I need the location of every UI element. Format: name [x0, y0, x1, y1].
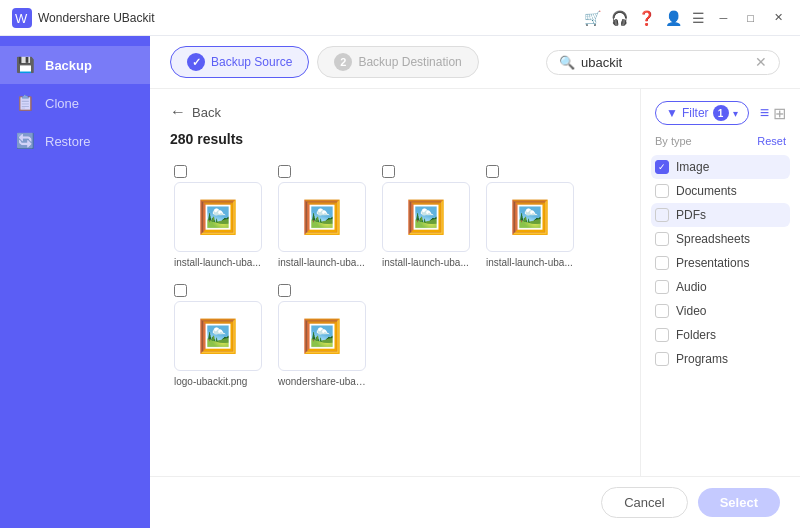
list-item: 🖼️ install-launch-uba...	[378, 161, 474, 272]
bottom-bar: Cancel Select	[150, 476, 800, 528]
filter-checkbox-folders[interactable]	[655, 328, 669, 342]
restore-icon: 🔄	[16, 132, 35, 150]
app-body: 💾 Backup 📋 Clone 🔄 Restore ✓ Backup Sour…	[0, 36, 800, 528]
clear-search-button[interactable]: ✕	[755, 55, 767, 69]
view-buttons: ≡ ⊞	[760, 104, 786, 123]
filter-checkbox-image[interactable]	[655, 160, 669, 174]
filter-checkbox-pdfs[interactable]	[655, 208, 669, 222]
cancel-button[interactable]: Cancel	[601, 487, 687, 518]
file-name-2: install-launch-uba...	[278, 257, 366, 268]
file-name-4: install-launch-uba...	[486, 257, 574, 268]
filter-button[interactable]: ▼ Filter 1 ▾	[655, 101, 749, 125]
menu-icon[interactable]: ☰	[692, 10, 705, 26]
back-nav[interactable]: ← Back	[170, 103, 620, 121]
select-button[interactable]: Select	[698, 488, 780, 517]
filter-option-documents[interactable]: Documents	[655, 179, 786, 203]
main-content: ✓ Backup Source 2 Backup Destination 🔍 ✕…	[150, 36, 800, 528]
filter-label-image: Image	[676, 160, 709, 174]
list-view-button[interactable]: ≡	[760, 104, 769, 123]
filter-option-presentations[interactable]: Presentations	[655, 251, 786, 275]
filter-option-spreadsheets[interactable]: Spreadsheets	[655, 227, 786, 251]
sidebar-label-restore: Restore	[45, 134, 91, 149]
back-label: Back	[192, 105, 221, 120]
file-thumbnail-4: 🖼️	[486, 182, 574, 252]
file-name-5: logo-ubackit.png	[174, 376, 262, 387]
filter-label-video: Video	[676, 304, 706, 318]
step-source[interactable]: ✓ Backup Source	[170, 46, 309, 78]
filter-checkbox-audio[interactable]	[655, 280, 669, 294]
search-input[interactable]	[581, 55, 749, 70]
sidebar-label-backup: Backup	[45, 58, 92, 73]
file-checkbox-4[interactable]	[486, 165, 499, 178]
filter-panel: ▼ Filter 1 ▾ ≡ ⊞ By type Reset	[640, 89, 800, 476]
file-checkbox-2[interactable]	[278, 165, 291, 178]
headset-icon[interactable]: 🎧	[611, 10, 628, 26]
reset-button[interactable]: Reset	[757, 135, 786, 147]
filter-badge: 1	[713, 105, 729, 121]
filter-option-audio[interactable]: Audio	[655, 275, 786, 299]
sidebar: 💾 Backup 📋 Clone 🔄 Restore	[0, 36, 150, 528]
filter-option-video[interactable]: Video	[655, 299, 786, 323]
file-checkbox-1[interactable]	[174, 165, 187, 178]
filter-funnel-icon: ▼	[666, 106, 678, 120]
by-type-label: By type	[655, 135, 692, 147]
titlebar-controls: 🛒 🎧 ❓ 👤 ☰ ─ □ ✕	[584, 9, 788, 26]
image-icon-3: 🖼️	[406, 198, 446, 236]
filter-label-presentations: Presentations	[676, 256, 749, 270]
filter-checkbox-spreadsheets[interactable]	[655, 232, 669, 246]
sidebar-item-backup[interactable]: 💾 Backup	[0, 46, 150, 84]
sidebar-item-restore[interactable]: 🔄 Restore	[0, 122, 150, 160]
filter-header: ▼ Filter 1 ▾ ≡ ⊞	[655, 101, 786, 125]
filter-checkbox-video[interactable]	[655, 304, 669, 318]
minimize-button[interactable]: ─	[715, 10, 733, 26]
list-item: 🖼️ install-launch-uba...	[170, 161, 266, 272]
grid-view-button[interactable]: ⊞	[773, 104, 786, 123]
file-checkbox-5[interactable]	[174, 284, 187, 297]
app-logo: W	[12, 8, 32, 28]
file-name-6: wondershare-ubac...	[278, 376, 366, 387]
filter-section-title: By type Reset	[655, 135, 786, 147]
back-arrow-icon: ←	[170, 103, 186, 121]
search-icon: 🔍	[559, 55, 575, 70]
steps: ✓ Backup Source 2 Backup Destination	[170, 46, 479, 78]
svg-text:W: W	[15, 11, 28, 26]
sidebar-item-clone[interactable]: 📋 Clone	[0, 84, 150, 122]
sidebar-label-clone: Clone	[45, 96, 79, 111]
clone-icon: 📋	[16, 94, 35, 112]
filter-label-documents: Documents	[676, 184, 737, 198]
image-icon-5: 🖼️	[198, 317, 238, 355]
step-destination[interactable]: 2 Backup Destination	[317, 46, 478, 78]
backup-icon: 💾	[16, 56, 35, 74]
question-icon[interactable]: ❓	[638, 10, 655, 26]
file-checkbox-6[interactable]	[278, 284, 291, 297]
filter-label-spreadsheets: Spreadsheets	[676, 232, 750, 246]
image-icon-2: 🖼️	[302, 198, 342, 236]
filter-option-image[interactable]: Image	[651, 155, 790, 179]
close-button[interactable]: ✕	[769, 9, 788, 26]
file-checkbox-3[interactable]	[382, 165, 395, 178]
file-thumbnail-3: 🖼️	[382, 182, 470, 252]
image-icon-1: 🖼️	[198, 198, 238, 236]
titlebar: W Wondershare UBackit 🛒 🎧 ❓ 👤 ☰ ─ □ ✕	[0, 0, 800, 36]
filter-option-pdfs[interactable]: PDFs	[651, 203, 790, 227]
filter-option-folders[interactable]: Folders	[655, 323, 786, 347]
list-item: 🖼️ install-launch-uba...	[274, 161, 370, 272]
results-count: 280 results	[170, 131, 620, 147]
filter-checkbox-presentations[interactable]	[655, 256, 669, 270]
file-thumbnail-2: 🖼️	[278, 182, 366, 252]
list-item: 🖼️ install-launch-uba...	[482, 161, 578, 272]
cart-icon[interactable]: 🛒	[584, 10, 601, 26]
filter-option-programs[interactable]: Programs	[655, 347, 786, 371]
filter-label-folders: Folders	[676, 328, 716, 342]
list-item: 🖼️ wondershare-ubac...	[274, 280, 370, 391]
file-browser: ← Back 280 results 🖼️ install-launch-uba…	[150, 89, 640, 476]
filter-checkbox-programs[interactable]	[655, 352, 669, 366]
step-destination-label: Backup Destination	[358, 55, 461, 69]
maximize-button[interactable]: □	[742, 10, 759, 26]
filter-label-pdfs: PDFs	[676, 208, 706, 222]
step-destination-num: 2	[334, 53, 352, 71]
user-icon[interactable]: 👤	[665, 10, 682, 26]
filter-chevron-icon: ▾	[733, 108, 738, 119]
search-box[interactable]: 🔍 ✕	[546, 50, 780, 75]
filter-checkbox-documents[interactable]	[655, 184, 669, 198]
